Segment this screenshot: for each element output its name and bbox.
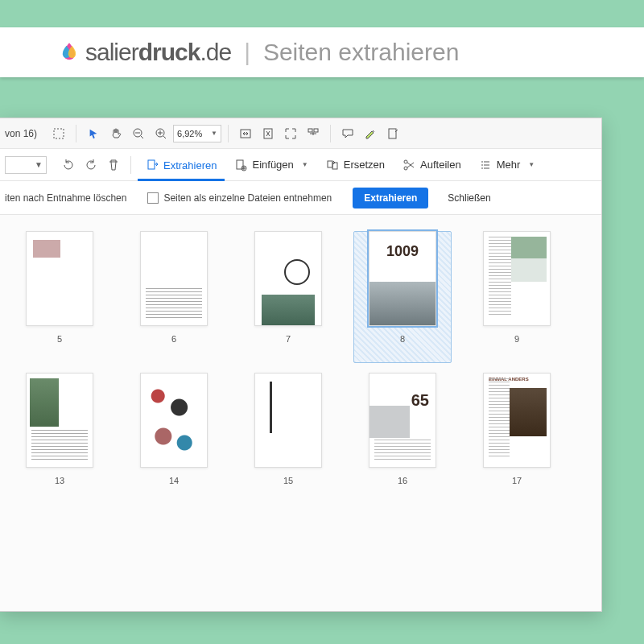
svg-rect-10 — [308, 129, 312, 132]
zoom-level-combo[interactable]: 6,92% ▼ — [173, 125, 221, 142]
page-thumb-7[interactable]: 7 — [248, 231, 328, 344]
svg-rect-20 — [332, 163, 337, 169]
thumb-row: 13 14 15 65 16 EINMAL ANDERS 17 — [0, 373, 601, 485]
toolbar-pages: ▼ Extrahieren Einfügen ▼ Ersetzen Auftei… — [0, 149, 601, 181]
list-icon — [479, 159, 492, 171]
page-number: 6 — [171, 334, 176, 344]
page-number: 13 — [55, 476, 64, 485]
page-thumb-17[interactable]: EINMAL ANDERS 17 — [477, 373, 557, 485]
page-thumb-15[interactable]: 15 — [248, 373, 328, 485]
replace-icon — [326, 159, 339, 171]
page-thumb-8[interactable]: 1009 8 — [362, 231, 443, 344]
tab-more-label: Mehr — [497, 159, 521, 171]
svg-rect-0 — [54, 129, 64, 138]
svg-rect-19 — [328, 161, 332, 167]
page-number: 8 — [400, 334, 405, 344]
chevron-down-icon: ▼ — [35, 160, 43, 169]
tab-more[interactable]: Mehr ▼ — [471, 149, 543, 181]
svg-rect-11 — [314, 129, 318, 132]
thumb-row: 5 6 7 1009 8 9 — [0, 231, 601, 344]
toolbar-extract-options: iten nach Entnahme löschen Seiten als ei… — [0, 181, 601, 215]
insert-icon — [234, 159, 247, 171]
page16-headline: 65 — [411, 391, 429, 410]
svg-line-7 — [163, 136, 166, 138]
page-thumb-9[interactable]: 9 — [477, 231, 557, 344]
toolbar-main: von 16) 6,92% ▼ — [0, 118, 601, 149]
svg-rect-15 — [389, 129, 396, 138]
page-count-label: von 16) — [5, 128, 37, 139]
chevron-down-icon: ▼ — [211, 130, 217, 137]
page-range-combo[interactable]: ▼ — [5, 156, 47, 174]
highlight-icon[interactable] — [360, 123, 381, 144]
page17-headline: EINMAL ANDERS — [489, 377, 529, 382]
rotate-right-icon[interactable] — [80, 155, 101, 175]
svg-rect-17 — [237, 160, 243, 169]
page-thumb-13[interactable]: 13 — [19, 373, 100, 485]
app-window: von 16) 6,92% ▼ — [0, 118, 602, 612]
brand-de: .de — [200, 39, 231, 66]
comment-icon[interactable] — [337, 123, 358, 144]
brand-druck: druck — [138, 39, 200, 66]
marquee-select-icon[interactable] — [48, 123, 69, 144]
tab-extract[interactable]: Extrahieren — [138, 149, 225, 181]
option-single-files-label: Seiten als einzelne Dateien entnehmen — [163, 192, 332, 204]
extract-icon — [146, 159, 159, 171]
separator — [76, 125, 76, 142]
page8-headline: 1009 — [369, 243, 436, 260]
brand-salier: salier — [85, 39, 138, 66]
zoom-value: 6,92% — [177, 129, 202, 138]
hand-icon[interactable] — [105, 123, 126, 144]
page-number: 9 — [514, 334, 519, 344]
page-thumb-5[interactable]: 5 — [19, 231, 100, 344]
tab-replace[interactable]: Ersetzen — [318, 149, 393, 181]
close-button[interactable]: Schließen — [448, 192, 490, 204]
page-number: 14 — [169, 476, 179, 485]
banner-title: Seiten extrahieren — [263, 39, 460, 66]
extract-button[interactable]: Extrahieren — [353, 188, 428, 208]
tab-replace-label: Ersetzen — [344, 159, 385, 171]
delete-icon[interactable] — [103, 155, 124, 175]
tab-insert-label: Einfügen — [252, 159, 293, 171]
option-delete-after-label: iten nach Entnahme löschen — [5, 192, 126, 204]
fit-width-icon[interactable] — [235, 123, 256, 144]
fit-page-icon[interactable] — [258, 123, 279, 144]
page-number: 17 — [512, 476, 522, 485]
sign-icon[interactable] — [382, 123, 403, 144]
chevron-down-icon: ▼ — [302, 161, 308, 168]
pointer-icon[interactable] — [83, 123, 104, 144]
svg-point-21 — [404, 160, 407, 163]
tab-insert[interactable]: Einfügen ▼ — [226, 149, 316, 181]
thumbnails-panel: 5 6 7 1009 8 9 13 14 15 — [0, 215, 601, 611]
tab-split[interactable]: Aufteilen — [394, 149, 469, 181]
page-number: 5 — [57, 334, 62, 344]
separator — [130, 156, 131, 174]
page-number: 15 — [283, 476, 293, 485]
tab-extract-label: Extrahieren — [163, 159, 217, 171]
brand-logo-icon — [58, 41, 80, 64]
scissors-icon — [402, 159, 415, 171]
page-thumb-16[interactable]: 65 16 — [362, 373, 443, 485]
page-thumb-14[interactable]: 14 — [134, 373, 214, 485]
svg-line-3 — [141, 136, 143, 138]
zoom-out-icon[interactable] — [128, 123, 149, 144]
page-number: 16 — [398, 476, 407, 485]
page-thumb-6[interactable]: 6 — [134, 231, 214, 344]
separator: | — [244, 39, 250, 66]
checkbox-single-files[interactable] — [147, 192, 159, 204]
page-number: 7 — [286, 334, 291, 344]
rotate-left-icon[interactable] — [58, 155, 79, 175]
svg-rect-16 — [148, 160, 155, 169]
svg-point-22 — [404, 167, 407, 170]
zoom-in-icon[interactable] — [151, 123, 171, 144]
chevron-down-icon: ▼ — [528, 161, 535, 168]
view-mode-icon[interactable] — [303, 123, 324, 144]
tab-split-label: Aufteilen — [420, 159, 461, 171]
separator — [330, 125, 331, 142]
brand-banner: salier druck .de | Seiten extrahieren — [0, 27, 644, 77]
fullscreen-icon[interactable] — [280, 123, 301, 144]
separator — [228, 125, 229, 142]
